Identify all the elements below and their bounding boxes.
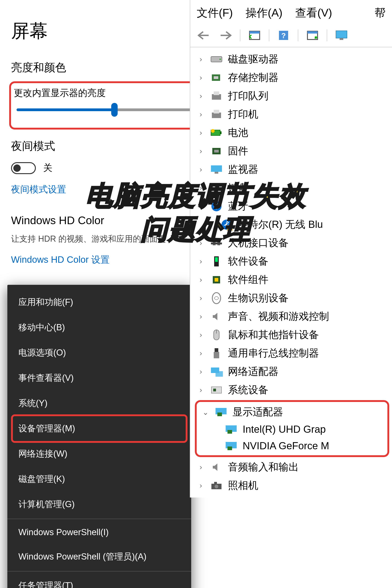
- slider-thumb[interactable]: [111, 103, 118, 117]
- device-icon: [210, 366, 223, 378]
- menu-action[interactable]: 操作(A): [246, 5, 282, 20]
- winx-computer-mgmt[interactable]: 计算机管理(G): [7, 492, 191, 517]
- show-hide-button[interactable]: [246, 28, 263, 42]
- tree-node[interactable]: ›网络适配器: [192, 362, 392, 381]
- back-button[interactable]: [195, 28, 212, 42]
- winx-mobility-center[interactable]: 移动中心(B): [7, 315, 191, 340]
- tree-node[interactable]: ›电池: [192, 123, 392, 142]
- brightness-slider[interactable]: [16, 108, 195, 111]
- tree-node[interactable]: ›软件组件: [192, 271, 392, 289]
- expander-icon[interactable]: ›: [197, 147, 205, 155]
- menu-file[interactable]: 文件(F): [197, 5, 233, 20]
- tree-node-child[interactable]: !英特尔(R) 无线 Blu: [192, 215, 392, 234]
- expander-icon[interactable]: ›: [197, 73, 205, 82]
- menu-help[interactable]: 帮: [374, 5, 386, 20]
- tree-node[interactable]: ›键盘: [192, 179, 392, 197]
- scan-button[interactable]: [304, 28, 321, 42]
- page-title: 屏幕: [11, 18, 200, 44]
- tree-node[interactable]: ›打印机: [192, 105, 392, 123]
- svg-rect-35: [215, 257, 218, 262]
- expander-icon[interactable]: ⌄: [197, 202, 205, 211]
- expander-icon[interactable]: ›: [197, 276, 205, 284]
- expander-icon[interactable]: ›: [197, 110, 205, 118]
- expander-icon[interactable]: ›: [197, 463, 205, 471]
- slider-fill: [16, 108, 115, 111]
- winx-apps[interactable]: 应用和功能(F): [7, 289, 191, 315]
- svg-rect-37: [214, 278, 218, 282]
- expander-icon[interactable]: ›: [197, 92, 205, 100]
- winx-disk-mgmt[interactable]: 磁盘管理(K): [7, 466, 191, 492]
- tree-node[interactable]: ›存储控制器: [192, 68, 392, 87]
- help-button[interactable]: ?: [275, 28, 292, 42]
- tree-node[interactable]: ›人机接口设备: [192, 234, 392, 252]
- tree-node[interactable]: ⌄显示适配器: [197, 403, 388, 421]
- tree-node-child[interactable]: Intel(R) UHD Grap: [197, 421, 388, 438]
- monitor-button[interactable]: [333, 28, 350, 42]
- expander-icon[interactable]: ›: [197, 368, 205, 376]
- tree-node[interactable]: ›鼠标和其他指针设备: [192, 326, 392, 344]
- expander-icon[interactable]: ›: [197, 294, 205, 302]
- node-label: 蓝牙: [228, 199, 248, 213]
- toggle-dot: [13, 164, 21, 172]
- tree-node[interactable]: ⌄蓝牙: [192, 197, 392, 215]
- forward-button[interactable]: [217, 28, 234, 42]
- tree-node[interactable]: ›监视器: [192, 160, 392, 179]
- night-mode-toggle[interactable]: [11, 162, 36, 174]
- tree-node[interactable]: ›系统设备: [192, 381, 392, 399]
- winx-network[interactable]: 网络连接(W): [7, 441, 191, 466]
- winx-powershell[interactable]: Windows PowerShell(I): [7, 519, 191, 544]
- expander-icon[interactable]: ›: [197, 184, 205, 192]
- svg-rect-41: [214, 348, 218, 352]
- svg-rect-8: [340, 38, 343, 40]
- expander-icon[interactable]: ›: [197, 349, 205, 357]
- device-icon: !: [220, 219, 234, 231]
- svg-rect-16: [214, 110, 219, 113]
- expander-icon[interactable]: ›: [197, 165, 205, 174]
- night-mode-settings-link[interactable]: 夜间模式设置: [11, 183, 200, 196]
- winx-device-manager[interactable]: 设备管理器(M): [7, 416, 191, 441]
- svg-rect-24: [211, 186, 222, 191]
- tree-node[interactable]: ›声音、视频和游戏控制: [192, 307, 392, 326]
- svg-point-54: [214, 485, 218, 488]
- svg-rect-18: [220, 131, 222, 134]
- device-icon: [210, 255, 223, 267]
- node-label: 存储控制器: [228, 71, 278, 84]
- svg-text:!: !: [229, 226, 230, 231]
- expander-icon[interactable]: ›: [197, 239, 205, 247]
- device-icon: [210, 461, 223, 473]
- winx-system[interactable]: 系统(Y): [7, 391, 191, 416]
- svg-rect-12: [214, 76, 218, 79]
- winx-power-options[interactable]: 电源选项(O): [7, 340, 191, 365]
- expander-icon[interactable]: ›: [197, 257, 205, 266]
- tree-node[interactable]: ›生物识别设备: [192, 289, 392, 307]
- device-icon: [210, 311, 223, 322]
- expander-icon[interactable]: ›: [197, 331, 205, 339]
- tree-node[interactable]: ›通用串行总线控制器: [192, 344, 392, 362]
- node-label: 生物识别设备: [228, 291, 288, 305]
- tree-node[interactable]: ›固件: [192, 142, 392, 160]
- node-label: 通用串行总线控制器: [228, 346, 319, 360]
- expander-icon[interactable]: ›: [197, 129, 205, 137]
- winx-task-manager[interactable]: 任务管理器(T): [7, 571, 191, 588]
- device-icon: [210, 108, 223, 120]
- svg-rect-48: [217, 413, 222, 416]
- expander-icon[interactable]: ›: [197, 482, 205, 490]
- device-icon: [210, 292, 223, 304]
- svg-rect-14: [214, 91, 219, 95]
- expander-icon[interactable]: ›: [197, 386, 205, 394]
- tree-node-child[interactable]: NVIDIA GeForce M: [197, 438, 388, 454]
- winx-powershell-admin[interactable]: Windows PowerShell (管理员)(A): [7, 544, 191, 569]
- expander-icon[interactable]: ⌄: [201, 408, 210, 416]
- device-icon: [210, 72, 223, 84]
- node-label: 打印机: [228, 107, 258, 121]
- menu-view[interactable]: 查看(V): [295, 5, 332, 20]
- expander-icon[interactable]: ›: [197, 312, 205, 321]
- tree-node[interactable]: ›照相机: [192, 476, 392, 495]
- expander-icon[interactable]: ›: [197, 55, 205, 63]
- tree-node[interactable]: ›软件设备: [192, 252, 392, 271]
- hdr-settings-link[interactable]: Windows HD Color 设置: [11, 254, 200, 266]
- tree-node[interactable]: ›打印队列: [192, 87, 392, 105]
- tree-node[interactable]: ›音频输入和输出: [192, 458, 392, 476]
- tree-node[interactable]: ›磁盘驱动器: [192, 50, 392, 68]
- winx-event-viewer[interactable]: 事件查看器(V): [7, 365, 191, 391]
